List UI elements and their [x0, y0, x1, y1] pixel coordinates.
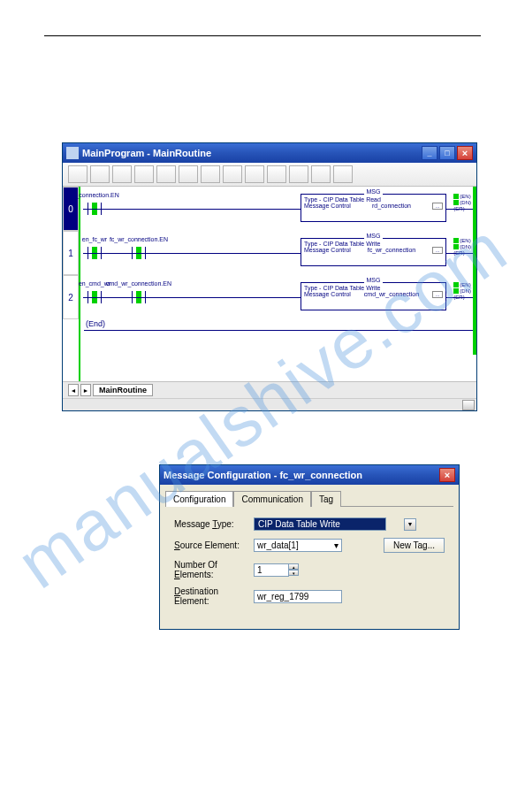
num-elements-label: Number Of Elements:: [174, 560, 254, 579]
dest-element-input[interactable]: [254, 590, 342, 603]
rung-end: (End): [80, 319, 476, 355]
message-config-dialog: Message Configuration - fc_wr_connection…: [159, 464, 460, 630]
app-icon: [66, 147, 79, 159]
contact-icon[interactable]: [132, 247, 146, 259]
toolbar-btn[interactable]: [90, 165, 110, 183]
rung-end: [63, 319, 79, 364]
toolbar-btn[interactable]: [201, 165, 220, 183]
divider: [44, 35, 481, 36]
contact-icon[interactable]: [88, 203, 102, 215]
num-elements-input[interactable]: [254, 563, 289, 577]
toolbar-btn[interactable]: [245, 165, 264, 183]
rung-number[interactable]: 1: [63, 231, 79, 275]
source-element-input[interactable]: wr_data[1]▾: [254, 539, 342, 552]
dn-flag: (DN): [453, 200, 471, 205]
tab-configuration[interactable]: Configuration: [165, 491, 233, 507]
toolbar-btn[interactable]: [112, 165, 132, 183]
rung-number[interactable]: 2: [63, 275, 79, 319]
rung-1[interactable]: en_fc_wr fc_wr_connection.EN MSG Type - …: [80, 231, 476, 275]
spin-down-icon[interactable]: ▾: [288, 570, 299, 576]
msg-instruction[interactable]: MSG Type - CIP Data Table Write Message …: [301, 282, 446, 310]
toolbar-btn[interactable]: [333, 165, 353, 183]
dialog-titlebar[interactable]: Message Configuration - fc_wr_connection…: [160, 465, 459, 485]
dialog-tabs: Configuration Communication Tag: [165, 490, 453, 507]
toolbar-btn[interactable]: [311, 165, 331, 183]
chevron-down-icon[interactable]: ▾: [334, 540, 339, 550]
tab-strip: ◄ ► MainRoutine: [63, 381, 476, 398]
tab-tag[interactable]: Tag: [311, 491, 341, 507]
message-type-label: Message Type:: [174, 519, 254, 529]
new-tag-button[interactable]: New Tag...: [384, 538, 445, 553]
msg-instruction[interactable]: MSG Type - CIP Data Table Read Message C…: [301, 194, 446, 222]
config-form: Message Type: CIP Data Table Write ▼ Sou…: [165, 507, 453, 624]
toolbar-btn[interactable]: [134, 165, 154, 183]
en-flag: (EN): [453, 194, 471, 199]
contact-label: fc_wr_connection.EN: [110, 236, 168, 242]
toolbar-btn[interactable]: [156, 165, 176, 183]
toolbar-btn[interactable]: [223, 165, 242, 183]
toolbar-btn[interactable]: [179, 165, 198, 183]
titlebar[interactable]: MainProgram - MainRoutine _ □ ×: [63, 143, 476, 163]
close-button[interactable]: ×: [457, 146, 473, 160]
tab-communication[interactable]: Communication: [233, 491, 310, 507]
toolbar-btn[interactable]: [289, 165, 308, 183]
tab-next-icon[interactable]: ►: [80, 384, 91, 396]
message-type-select[interactable]: CIP Data Table Write: [254, 517, 386, 531]
dialog-title: Message Configuration - fc_wr_connection: [164, 470, 439, 480]
browse-button[interactable]: ...: [432, 291, 443, 298]
rung-0[interactable]: rd_connection.EN MSG Type - CIP Data Tab…: [80, 187, 476, 231]
browse-button[interactable]: ...: [432, 247, 443, 254]
ladder-editor-window: MainProgram - MainRoutine _ □ × 0: [62, 142, 477, 411]
toolbar-btn[interactable]: [68, 165, 88, 183]
contact-icon[interactable]: [88, 291, 102, 303]
source-element-label: Source Element:: [174, 540, 254, 550]
ladder-area: 0 1 2 rd_connection.EN MSG Type - CIP Da…: [63, 187, 476, 381]
spin-up-icon[interactable]: ▴: [288, 563, 299, 570]
browse-button[interactable]: ...: [432, 203, 443, 210]
dropdown-icon[interactable]: ▼: [404, 518, 416, 531]
toolbar-btn[interactable]: [267, 165, 286, 183]
rung-gutter: 0 1 2: [63, 187, 79, 381]
contact-label: en_fc_wr: [82, 236, 107, 242]
er-flag: (ER): [453, 206, 471, 211]
rung-2[interactable]: en_cmd_wr cmd_wr_connection.EN MSG Type …: [80, 275, 476, 319]
dest-element-label: Destination Element:: [174, 586, 254, 606]
contact-icon[interactable]: [88, 247, 102, 259]
minimize-button[interactable]: _: [422, 146, 438, 160]
dialog-close-button[interactable]: ×: [439, 468, 455, 482]
routine-tab[interactable]: MainRoutine: [93, 384, 153, 396]
tab-prev-icon[interactable]: ◄: [68, 384, 79, 396]
horizontal-scrollbar[interactable]: [63, 398, 476, 410]
msg-instruction[interactable]: MSG Type - CIP Data Table Write Message …: [301, 238, 446, 266]
contact-label: rd_connection.EN: [70, 192, 119, 198]
maximize-button[interactable]: □: [439, 146, 455, 160]
window-title: MainProgram - MainRoutine: [82, 148, 422, 158]
contact-label: cmd_wr_connection.EN: [106, 280, 171, 287]
contact-icon[interactable]: [132, 291, 146, 303]
toolbar: [63, 163, 476, 187]
